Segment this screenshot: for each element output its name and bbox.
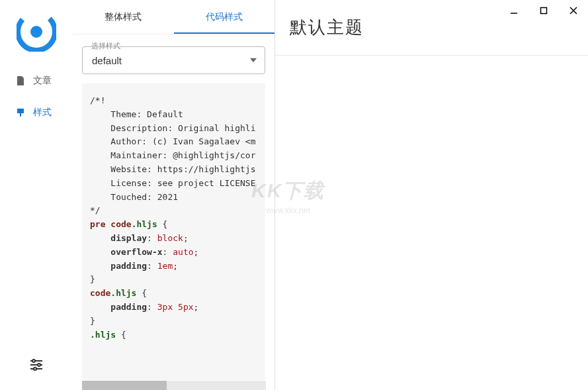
svg-point-9 [32,360,35,362]
scrollbar-thumb[interactable] [82,381,167,390]
close-button[interactable] [558,0,588,21]
preview-pane: 默认主题 [275,0,588,390]
svg-rect-1 [540,8,546,14]
sliders-icon [29,359,44,371]
app-logo [17,12,56,52]
sidebar-item-articles[interactable]: 文章 [0,65,73,97]
svg-rect-7 [20,113,21,117]
tab-overall-style[interactable]: 整体样式 [73,0,174,34]
sidebar-item-label: 样式 [33,107,52,119]
sidebar-item-label: 文章 [33,75,52,87]
select-value: default [92,55,122,66]
document-icon [15,75,26,87]
svg-point-11 [38,364,40,366]
sidebar-item-styles[interactable]: 样式 [0,97,73,128]
brush-icon [15,107,26,119]
tabs: 整体样式 代码样式 [73,0,274,34]
style-select[interactable]: default [82,46,265,74]
tab-code-style[interactable]: 代码样式 [174,0,275,34]
minimize-button[interactable] [499,0,528,21]
settings-button[interactable] [0,346,73,383]
horizontal-scrollbar[interactable] [82,381,266,390]
svg-rect-6 [17,109,24,113]
code-preview: /*! Theme: Default Description: Original… [82,83,265,380]
style-panel: 整体样式 代码样式 选择样式 default /*! Theme: Defaul… [73,0,275,390]
svg-point-5 [30,26,42,38]
svg-point-13 [34,367,36,370]
maximize-button[interactable] [528,0,558,21]
sidebar: 文章 样式 [0,0,73,390]
chevron-down-icon [250,58,257,62]
